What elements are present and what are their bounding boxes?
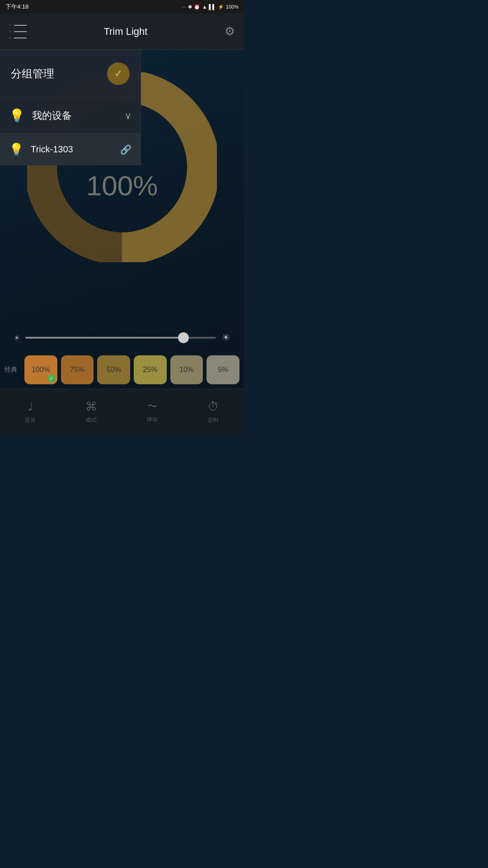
music-label: 音乐 <box>25 416 36 424</box>
timer-icon: ⏱ <box>207 400 219 414</box>
main-content: 100% ☀ ☀ 经典 100% ✓ 75% 50% 25% 10% 5 <box>0 50 244 434</box>
chevron-down-icon: ∨ <box>125 110 131 121</box>
rhythm-label: 律动 <box>147 416 158 424</box>
preset-5[interactable]: 5% <box>206 355 239 384</box>
status-bar: 下午4:18 ··· ✱ ⏰ ▲ ▌▌ ⚡ 100% <box>0 0 244 14</box>
brightness-slider-row: ☀ ☀ <box>0 332 244 344</box>
battery-text: 100% <box>226 4 239 9</box>
sun-large-icon: ☀ <box>221 332 230 344</box>
status-time: 下午4:18 <box>5 3 28 11</box>
bluetooth-icon: ✱ <box>188 4 192 10</box>
nav-rhythm[interactable]: 〜 律动 <box>147 400 158 424</box>
signal-icon: ··· <box>182 4 186 9</box>
bars-icon: ▌▌ <box>209 4 216 9</box>
bulb-icon: 💡 <box>9 108 25 123</box>
wifi-icon: ▲ <box>202 4 207 9</box>
preset-100[interactable]: 100% ✓ <box>24 355 57 384</box>
menu-icon[interactable] <box>9 23 27 40</box>
charging-icon: ⚡ <box>218 4 224 10</box>
presets-label: 经典 <box>5 366 21 374</box>
music-icon: ♩ <box>28 400 33 414</box>
brightness-slider[interactable] <box>25 337 216 339</box>
nav-timer[interactable]: ⏱ 定时 <box>207 400 219 424</box>
rhythm-icon: 〜 <box>147 400 157 413</box>
bottom-nav: ♩ 音乐 ⌘ 模式 〜 律动 ⏱ 定时 <box>0 389 244 434</box>
mode-icon: ⌘ <box>85 400 97 414</box>
devices-label: 我的设备 <box>32 109 125 123</box>
alarm-icon: ⏰ <box>194 4 200 10</box>
group-label: 分组管理 <box>11 66 54 81</box>
device-item-trick1303[interactable]: 💡 Trick-1303 🔗 <box>0 133 141 165</box>
presets-row: 经典 100% ✓ 75% 50% 25% 10% 5% <box>0 355 244 384</box>
nav-music[interactable]: ♩ 音乐 <box>25 400 36 424</box>
preset-10[interactable]: 10% <box>170 355 203 384</box>
nav-bar: Trim Light ⚙ <box>0 14 244 50</box>
sun-small-icon: ☀ <box>14 334 20 342</box>
preset-50[interactable]: 50% <box>97 355 130 384</box>
device-bulb-icon: 💡 <box>9 142 23 156</box>
device-name: Trick-1303 <box>31 144 120 155</box>
group-check-button[interactable]: ✓ <box>107 62 130 85</box>
overlay-panel: 分组管理 ✓ 💡 我的设备 ∨ 💡 Trick-1303 🔗 <box>0 50 141 165</box>
status-icons: ··· ✱ ⏰ ▲ ▌▌ ⚡ 100% <box>182 4 239 10</box>
nav-mode[interactable]: ⌘ 模式 <box>85 400 97 424</box>
preset-75[interactable]: 75% <box>61 355 94 384</box>
link-icon: 🔗 <box>120 144 131 155</box>
group-management-row[interactable]: 分组管理 ✓ <box>0 50 141 98</box>
active-check: ✓ <box>47 374 56 382</box>
my-devices-row[interactable]: 💡 我的设备 ∨ <box>0 98 141 133</box>
app-title: Trim Light <box>103 26 147 38</box>
settings-icon[interactable]: ⚙ <box>225 24 235 38</box>
mode-label: 模式 <box>86 416 97 424</box>
preset-25[interactable]: 25% <box>134 355 167 384</box>
timer-label: 定时 <box>208 416 219 424</box>
